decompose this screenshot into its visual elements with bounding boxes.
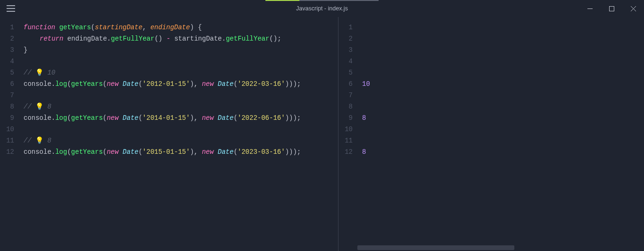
line-number: 11 bbox=[0, 135, 19, 146]
code-line[interactable]: console.log(getYears(new Date('2012-01-1… bbox=[24, 78, 338, 90]
output-line bbox=[362, 33, 644, 44]
output-pane[interactable]: 1 2 3 4 5 6 7 8 9 10 11 12 10 8 8 bbox=[339, 17, 644, 251]
code-editor-pane[interactable]: 1 2 3 4 5 6 7 8 9 10 11 12 function getY… bbox=[0, 17, 339, 251]
code-line[interactable]: return endingDate.getFullYear() - starti… bbox=[24, 33, 338, 44]
line-number: 7 bbox=[339, 90, 357, 101]
code-line[interactable]: console.log(getYears(new Date('2015-01-1… bbox=[24, 146, 338, 158]
line-number: 3 bbox=[0, 44, 19, 56]
hamburger-menu-icon[interactable] bbox=[7, 3, 17, 14]
output-line bbox=[362, 90, 644, 101]
line-number: 9 bbox=[0, 112, 19, 124]
line-number: 1 bbox=[0, 22, 19, 33]
lightbulb-icon: 💡 bbox=[35, 103, 43, 110]
minimize-button[interactable] bbox=[579, 0, 601, 17]
output-line bbox=[362, 124, 644, 135]
line-number: 10 bbox=[0, 124, 19, 135]
output-line bbox=[362, 44, 644, 56]
output-content: 10 8 8 bbox=[362, 22, 644, 158]
output-line bbox=[362, 67, 644, 78]
line-number: 8 bbox=[339, 101, 357, 112]
line-number: 1 bbox=[339, 22, 357, 33]
line-number: 2 bbox=[0, 33, 19, 44]
lightbulb-icon: 💡 bbox=[35, 69, 43, 76]
title-bar: Javascript - index.js bbox=[0, 0, 644, 17]
code-line[interactable]: // 💡 8 bbox=[24, 135, 338, 146]
line-number: 12 bbox=[0, 146, 19, 158]
line-number: 4 bbox=[0, 56, 19, 67]
output-line: 8 bbox=[362, 112, 644, 124]
lightbulb-icon: 💡 bbox=[35, 137, 43, 144]
line-number: 11 bbox=[339, 135, 357, 146]
output-line: 8 bbox=[362, 146, 644, 158]
code-line[interactable] bbox=[24, 90, 338, 101]
line-number: 4 bbox=[339, 56, 357, 67]
editor-gutter: 1 2 3 4 5 6 7 8 9 10 11 12 bbox=[0, 22, 19, 158]
line-number: 10 bbox=[339, 124, 357, 135]
output-line bbox=[362, 56, 644, 67]
line-number: 5 bbox=[0, 67, 19, 78]
line-number: 8 bbox=[0, 101, 19, 112]
line-number: 2 bbox=[339, 33, 357, 44]
horizontal-scrollbar[interactable] bbox=[357, 245, 643, 250]
close-button[interactable] bbox=[622, 0, 644, 17]
code-line[interactable]: function getYears(startingDate, endingDa… bbox=[24, 22, 338, 33]
output-gutter: 1 2 3 4 5 6 7 8 9 10 11 12 bbox=[339, 22, 357, 158]
line-number: 9 bbox=[339, 112, 357, 124]
code-line[interactable]: // 💡 8 bbox=[24, 101, 338, 112]
split-panes: 1 2 3 4 5 6 7 8 9 10 11 12 function getY… bbox=[0, 17, 644, 251]
output-line bbox=[362, 135, 644, 146]
scrollbar-thumb[interactable] bbox=[357, 245, 514, 250]
line-number: 12 bbox=[339, 146, 357, 158]
code-line[interactable] bbox=[24, 124, 338, 135]
code-line[interactable] bbox=[24, 56, 338, 67]
code-line[interactable]: console.log(getYears(new Date('2014-01-1… bbox=[24, 112, 338, 124]
output-line bbox=[362, 22, 644, 33]
line-number: 6 bbox=[339, 78, 357, 90]
window-controls bbox=[579, 0, 644, 17]
code-content[interactable]: function getYears(startingDate, endingDa… bbox=[24, 22, 338, 158]
line-number: 3 bbox=[339, 44, 357, 56]
line-number: 6 bbox=[0, 78, 19, 90]
line-number: 5 bbox=[339, 67, 357, 78]
window-title: Javascript - index.js bbox=[296, 5, 348, 12]
code-line[interactable]: // 💡 10 bbox=[24, 67, 338, 78]
line-number: 7 bbox=[0, 90, 19, 101]
svg-rect-1 bbox=[609, 6, 614, 11]
code-line[interactable]: } bbox=[24, 44, 338, 56]
output-line: 10 bbox=[362, 78, 644, 90]
maximize-button[interactable] bbox=[601, 0, 622, 17]
output-line bbox=[362, 101, 644, 112]
